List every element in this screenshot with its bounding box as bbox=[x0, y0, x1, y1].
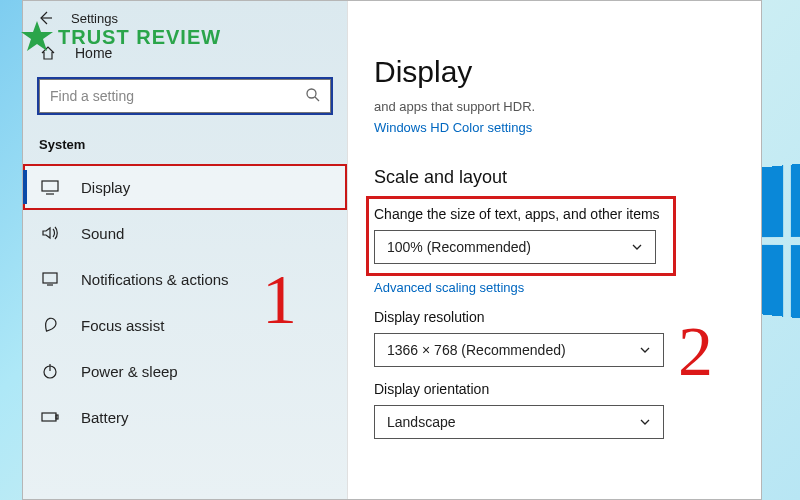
svg-rect-13 bbox=[56, 415, 58, 419]
sidebar-item-notifications[interactable]: Notifications & actions bbox=[23, 256, 347, 302]
scale-label: Change the size of text, apps, and other… bbox=[374, 206, 668, 222]
sidebar-item-label: Display bbox=[81, 179, 130, 196]
svg-rect-7 bbox=[42, 181, 58, 191]
resolution-label: Display resolution bbox=[374, 309, 735, 325]
chevron-down-icon bbox=[639, 416, 651, 428]
sidebar-search-wrap bbox=[37, 77, 333, 115]
settings-window: Settings Home System Display Sound bbox=[22, 0, 762, 500]
chevron-down-icon bbox=[631, 241, 643, 253]
sidebar-item-sound[interactable]: Sound bbox=[23, 210, 347, 256]
hdcolor-link[interactable]: Windows HD Color settings bbox=[374, 120, 735, 135]
sidebar-item-display[interactable]: Display bbox=[23, 164, 347, 210]
scale-section-title: Scale and layout bbox=[374, 167, 735, 188]
sidebar-item-focusassist[interactable]: Focus assist bbox=[23, 302, 347, 348]
svg-line-6 bbox=[315, 97, 319, 101]
sidebar-item-label: Power & sleep bbox=[81, 363, 178, 380]
search-icon bbox=[305, 87, 321, 107]
sound-icon bbox=[39, 224, 61, 242]
sidebar-item-label: Sound bbox=[81, 225, 124, 242]
focusassist-icon bbox=[39, 316, 61, 334]
svg-point-5 bbox=[307, 89, 316, 98]
resolution-value: 1366 × 768 (Recommended) bbox=[387, 342, 566, 358]
home-icon bbox=[39, 45, 57, 61]
hdr-description: and apps that support HDR. bbox=[374, 99, 735, 114]
orientation-dropdown[interactable]: Landscape bbox=[374, 405, 664, 439]
sidebar-category-label: System bbox=[23, 121, 347, 164]
chevron-down-icon bbox=[639, 344, 651, 356]
back-button[interactable] bbox=[33, 6, 57, 30]
window-title: Settings bbox=[71, 11, 118, 26]
titlebar: Settings bbox=[23, 1, 347, 35]
search-input[interactable] bbox=[39, 79, 331, 113]
sidebar-item-battery[interactable]: Battery bbox=[23, 394, 347, 440]
battery-icon bbox=[39, 408, 61, 426]
sidebar-home-label: Home bbox=[75, 45, 112, 61]
power-icon bbox=[39, 362, 61, 380]
scale-value: 100% (Recommended) bbox=[387, 239, 531, 255]
sidebar-item-power[interactable]: Power & sleep bbox=[23, 348, 347, 394]
sidebar-item-label: Notifications & actions bbox=[81, 271, 229, 288]
resolution-dropdown[interactable]: 1366 × 768 (Recommended) bbox=[374, 333, 664, 367]
main-content: Display and apps that support HDR. Windo… bbox=[348, 1, 761, 499]
orientation-value: Landscape bbox=[387, 414, 456, 430]
sidebar: Settings Home System Display Sound bbox=[23, 1, 348, 499]
sidebar-home[interactable]: Home bbox=[23, 35, 347, 71]
svg-rect-9 bbox=[43, 273, 57, 283]
display-icon bbox=[39, 178, 61, 196]
advanced-scaling-link[interactable]: Advanced scaling settings bbox=[374, 280, 735, 295]
scale-dropdown[interactable]: 100% (Recommended) bbox=[374, 230, 656, 264]
sidebar-item-label: Battery bbox=[81, 409, 129, 426]
notifications-icon bbox=[39, 270, 61, 288]
sidebar-nav: Display Sound Notifications & actions Fo… bbox=[23, 164, 347, 440]
page-title: Display bbox=[374, 55, 735, 89]
orientation-label: Display orientation bbox=[374, 381, 735, 397]
sidebar-item-label: Focus assist bbox=[81, 317, 164, 334]
svg-rect-12 bbox=[42, 413, 56, 421]
scale-highlight-box: Change the size of text, apps, and other… bbox=[368, 198, 674, 274]
